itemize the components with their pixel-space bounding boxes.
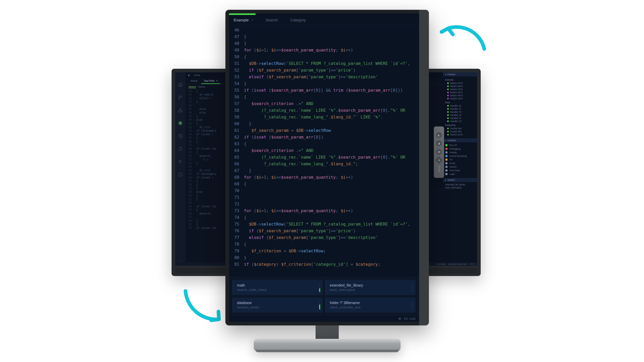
frame-node[interactable]: Handler T1 xyxy=(445,117,476,120)
frame-node[interactable]: Handler T1 xyxy=(445,107,476,110)
explorer-panel-header[interactable]: Explorer xyxy=(443,138,477,142)
frame-node[interactable]: Double Rel xyxy=(445,127,476,130)
code-line: 53 elseif ($f_search_param['param_type']… xyxy=(229,74,419,80)
portrait-tabs: Example×SearchCategory xyxy=(229,15,419,25)
code-line: 64 $search_criterion .=" AND xyxy=(229,147,419,154)
code-line: 67 } xyxy=(229,167,419,174)
explorer-item-script[interactable]: Script xyxy=(445,161,475,165)
code-line: 75 $DB->selectRow('SELECT * FROM ?_catal… xyxy=(229,221,419,228)
home-icon[interactable] xyxy=(178,82,183,87)
frame-node[interactable]: Switch L876 xyxy=(445,88,476,91)
tab-example[interactable]: Example× xyxy=(234,18,253,22)
branch-icon[interactable] xyxy=(178,95,183,100)
rotate-arrow-bottom-icon xyxy=(180,286,227,327)
hexagon-icon[interactable] xyxy=(178,172,183,177)
puck-dpad[interactable]: ✦ xyxy=(435,156,443,164)
puck-button-1[interactable]: ◐ xyxy=(436,132,442,138)
rotate-arrow-top-icon xyxy=(438,21,489,57)
explorer-item-run-all[interactable]: Run All xyxy=(445,143,475,147)
tab-home[interactable]: Home xyxy=(188,79,200,84)
code-line: 72 xyxy=(229,201,419,208)
tab-search[interactable]: Search xyxy=(266,18,278,22)
search-panel-header[interactable]: Search xyxy=(443,178,477,182)
frame-node[interactable]: Double Rel xyxy=(445,130,476,133)
tab-test-print[interactable]: Test Print × xyxy=(201,79,220,84)
code-line: 56{ xyxy=(229,94,419,100)
svg-point-1 xyxy=(179,98,180,99)
code-line: 61 $f_search_param = $DB->selectRow xyxy=(229,127,419,134)
explorer-item-git[interactable]: Git xyxy=(445,158,475,161)
frame-node[interactable]: Switch L878 xyxy=(445,133,476,136)
frame-node[interactable]: Handler T3 xyxy=(445,110,476,114)
explorer-item-debugging[interactable]: Debugging xyxy=(445,147,475,151)
code-line: 73for ($i=1; $i<=$search_param_quantity;… xyxy=(229,208,419,214)
code-line: 66 ?_catalog_rec.`name_lang_".$lang_id."… xyxy=(229,161,419,167)
code-line: 65 (?_catalog_rec.`name` LIKE '%".$searc… xyxy=(229,154,419,161)
frame-node[interactable]: Handler 43 xyxy=(445,104,476,107)
code-line: 52 if ($f_search_param['param_type']=='p… xyxy=(229,67,419,74)
search-result[interactable]: extended_file_library xyxy=(445,183,475,186)
code-line: 62if (isset ($search_param_arr[0]) xyxy=(229,134,419,141)
chart-icon[interactable] xyxy=(178,134,183,138)
panel-folder-filename[interactable]: folder."/".$filenameclient_controller_te… xyxy=(325,298,416,313)
frame-node[interactable]: Switch A872 xyxy=(445,82,476,85)
svg-rect-7 xyxy=(445,144,447,146)
bottom-panels: mathsearch_code_checkextended_file_libra… xyxy=(229,277,419,315)
code-line: 63{ xyxy=(229,141,419,147)
search-result[interactable]: track_interrupted xyxy=(445,186,475,189)
subtab-source[interactable]: Source xyxy=(189,85,196,88)
code-line: 55if (isset ($search_param_arr[0]) && tr… xyxy=(229,87,419,94)
tab-category[interactable]: Category xyxy=(290,18,306,22)
code-line: 79 $f_criterion = $DB->selectRow; xyxy=(229,248,419,254)
portrait-screen: Example×SearchCategory 4647}48}49for ($i… xyxy=(229,13,419,322)
code-line: 60 } xyxy=(229,120,419,127)
code-line: 48} xyxy=(229,40,419,47)
svg-point-0 xyxy=(179,96,180,96)
frames-panel-header[interactable]: Frames xyxy=(443,72,477,76)
code-line: 49for ($i=1; $i<=$search_param_quantity;… xyxy=(229,47,419,54)
code-line: 68for ($i=1; $i<=$search_param_quantity;… xyxy=(229,174,419,181)
explorer-item-search[interactable]: Search xyxy=(445,165,475,169)
puck-button-2[interactable]: ◑ xyxy=(436,141,442,146)
warning-icon[interactable] xyxy=(178,108,183,113)
refresh-icon[interactable] xyxy=(178,146,183,151)
status-dot-icon xyxy=(399,318,401,320)
svg-rect-8 xyxy=(445,148,447,150)
code-line: 81if ($category) $f_criterion['category_… xyxy=(229,261,419,268)
panel-database[interactable]: databasefunction_exists xyxy=(233,298,323,313)
pointer-icon[interactable] xyxy=(178,159,183,164)
frames-tree: GeneralSwitch A872Switch X872Switch L876… xyxy=(443,76,477,138)
frame-node[interactable]: Handler 43 xyxy=(445,114,476,117)
panel-math[interactable]: mathsearch_code_check xyxy=(233,280,323,295)
svg-rect-12 xyxy=(445,162,447,164)
code-line: 74{ xyxy=(229,214,419,221)
stand-base xyxy=(254,339,401,351)
code-line: 58 (?_catalog_rec.`name` LIKE '%".$searc… xyxy=(229,107,419,114)
puck-button-3[interactable]: ▤ xyxy=(436,149,442,155)
code-line: 69{ xyxy=(229,181,419,187)
code-line: 54} xyxy=(229,80,419,87)
window-control-icon: ◧ xyxy=(188,74,190,76)
explorer-item-source-browsing[interactable]: Source Browsing xyxy=(445,154,475,158)
frame-node[interactable]: Switch L876 xyxy=(445,97,476,100)
explorer-item-testing[interactable]: Testing xyxy=(445,151,475,154)
landscape-right-panels: Frames GeneralSwitch A872Switch X872Swit… xyxy=(443,72,477,266)
frame-node[interactable]: Switch X872 xyxy=(445,85,476,88)
topbar-title: Home xyxy=(194,74,200,76)
close-icon[interactable]: × xyxy=(251,18,253,22)
portrait-code[interactable]: 4647}48}49for ($i=1; $i<=$search_param_q… xyxy=(229,25,419,277)
explorer-item-view-data[interactable]: View Data xyxy=(445,169,475,172)
frame-node[interactable]: Switch X872 xyxy=(445,94,476,97)
record-icon[interactable] xyxy=(178,121,183,125)
frame-node[interactable]: Handler T3 xyxy=(445,120,476,123)
stand-neck xyxy=(316,325,339,340)
brand-label: BenQ xyxy=(438,166,440,172)
frame-node[interactable]: Switch A872 xyxy=(445,91,476,94)
monitor-portrait: Example×SearchCategory 4647}48}49for ($i… xyxy=(225,10,429,325)
panel-extended-file-library[interactable]: extended_file_librarytrack_interrupted xyxy=(325,280,416,295)
svg-point-2 xyxy=(181,96,182,97)
svg-rect-9 xyxy=(445,151,447,153)
control-puck: ◐ ◑ ▤ ✦ BenQ xyxy=(434,126,444,178)
subtab-history[interactable]: History xyxy=(198,85,205,88)
explorer-item-login[interactable]: Login xyxy=(445,172,475,176)
